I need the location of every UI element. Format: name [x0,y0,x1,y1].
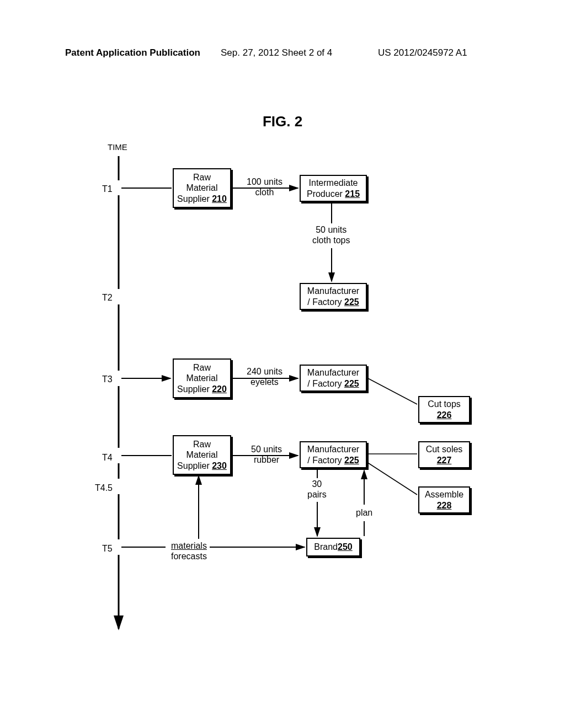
edge-label-plan: plan [356,507,372,518]
text: Material [186,449,218,460]
text: 227 [437,455,452,465]
tick-t5: T5 [102,543,113,554]
node-brand-250: Brand 250 [306,538,360,556]
text: Raw [193,362,211,373]
node-factory-225-b: Manufacturer / Factory 225 [300,365,367,392]
header-left: Patent Application Publication [65,47,200,58]
text: Manufacturer [307,367,359,378]
text: / Factory 225 [307,297,359,307]
node-cut-soles-227: Cut soles 227 [418,441,470,468]
node-assemble-228: Assemble 228 [418,486,470,513]
text: Material [186,183,218,193]
node-producer-215: Intermediate Producer 215 [300,175,367,202]
text: Manufacturer [307,444,359,454]
text: Cut soles [426,444,463,454]
tick-t4-5: T4.5 [95,483,113,493]
tick-t3: T3 [102,374,113,384]
diagram-arrows [0,0,565,728]
text: 226 [437,410,452,420]
text: Supplier 210 [177,194,227,204]
header-center: Sep. 27, 2012 Sheet 2 of 4 [221,47,332,58]
text: Intermediate [309,178,358,188]
edge-label-pairs: 30 pairs [307,479,327,500]
text: Assemble [425,489,463,500]
text: Supplier 230 [177,461,227,471]
tick-t2: T2 [102,292,113,303]
svg-line-22 [367,378,417,404]
node-supplier-230: Raw Material Supplier 230 [173,435,231,475]
edge-label-eyelets: 240 units eyelets [247,366,282,387]
svg-line-24 [367,462,417,495]
edge-label-materials: materials forecasts [171,540,207,561]
text: 250 [338,542,353,552]
edge-label-rubber: 50 units rubber [251,444,282,465]
text: Raw [193,172,211,183]
text: Producer 215 [307,189,360,199]
figure-title: FIG. 2 [0,113,565,130]
edge-label-cloth: 100 units cloth [247,176,282,197]
header-right: US 2012/0245972 A1 [378,47,467,58]
text: 228 [437,500,452,511]
text: Supplier 220 [177,384,227,394]
text: Material [186,373,218,383]
text: / Factory 225 [307,455,359,465]
text: Cut tops [428,399,461,409]
text: / Factory 225 [307,378,359,389]
text: Raw [193,439,211,449]
node-cut-tops-226: Cut tops 226 [418,396,470,423]
node-factory-225-a: Manufacturer / Factory 225 [300,283,367,310]
tick-t1: T1 [102,184,113,194]
text: Manufacturer [307,286,359,296]
node-factory-225-c: Manufacturer / Factory 225 [300,441,367,468]
edge-label-cloth-tops: 50 units cloth tops [312,224,350,245]
time-axis-label: TIME [108,142,127,152]
node-supplier-220: Raw Material Supplier 220 [173,358,231,398]
node-supplier-210: Raw Material Supplier 210 [173,168,231,208]
tick-t4: T4 [102,452,113,463]
text: Brand [314,542,338,552]
